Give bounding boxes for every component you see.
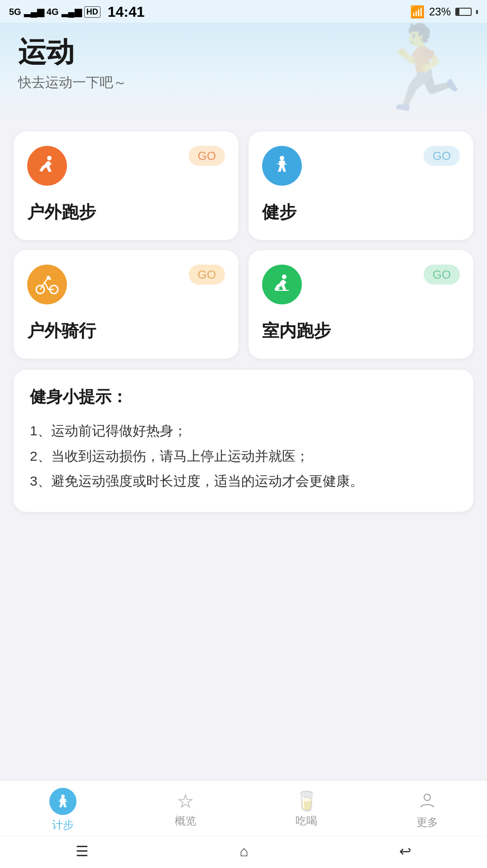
svg-point-1 [280, 156, 284, 160]
walking-icon [262, 146, 302, 186]
main-content: GO 户外跑步 GO 健步 [0, 122, 487, 535]
signal-bars2: ▂▄▆ [62, 6, 81, 17]
indoor-run-label: 室内跑步 [262, 319, 460, 342]
header-area: 🏃 运动 快去运动一下吧～ [0, 23, 487, 122]
status-left: 5G ▂▄▆ 4G ▂▄▆ HD 14:41 [9, 4, 145, 20]
page-title: 运动 [18, 35, 469, 69]
food-label: 吃喝 [296, 814, 317, 828]
more-icon [418, 791, 436, 812]
food-icon: 🥛 [295, 792, 318, 811]
battery-percent: 23% [429, 5, 451, 18]
bottom-nav: 计步 ☆ 概览 🥛 吃喝 更多 ☰ ⌂ ↩ [0, 780, 487, 868]
outdoor-run-label: 户外跑步 [27, 201, 225, 224]
nav-item-more[interactable]: 更多 [407, 791, 447, 829]
activity-card-indoor-run[interactable]: GO 室内跑步 [248, 250, 473, 359]
go-button-walking[interactable]: GO [424, 146, 460, 166]
back-button[interactable]: ↩ [399, 843, 411, 860]
home-button[interactable]: ⌂ [239, 843, 248, 860]
svg-point-6 [61, 795, 65, 798]
nav-item-pedometer[interactable]: 计步 [40, 788, 86, 832]
card-top-1: GO [27, 146, 225, 186]
go-button-cycling[interactable]: GO [189, 265, 225, 285]
more-label: 更多 [416, 815, 438, 829]
cycling-icon [27, 265, 67, 304]
page-subtitle: 快去运动一下吧～ [18, 73, 469, 92]
pedometer-label: 计步 [52, 818, 74, 832]
tips-card: 健身小提示： 1、运动前记得做好热身； 2、当收到运动损伤，请马上停止运动并就医… [14, 370, 473, 512]
carrier-5g: 5G [9, 7, 21, 17]
walking-label: 健步 [262, 201, 460, 224]
overview-label: 概览 [175, 814, 196, 828]
indoor-run-icon [262, 265, 302, 304]
nav-item-overview[interactable]: ☆ 概览 [166, 792, 205, 828]
time: 14:41 [108, 4, 145, 20]
activity-card-cycling[interactable]: GO 户外骑行 [14, 250, 239, 359]
tip-item-1: 1、运动前记得做好热身； [30, 418, 457, 444]
nav-items: 计步 ☆ 概览 🥛 吃喝 更多 [0, 781, 487, 836]
battery-tip [476, 10, 478, 14]
battery-icon [455, 8, 472, 16]
nav-item-food[interactable]: 🥛 吃喝 [286, 792, 327, 828]
status-right: 📶 23% [410, 5, 478, 19]
go-button-outdoor-run[interactable]: GO [189, 146, 225, 166]
svg-point-5 [282, 275, 286, 279]
status-bar: 5G ▂▄▆ 4G ▂▄▆ HD 14:41 📶 23% [0, 0, 487, 23]
carrier-4g: 4G [47, 7, 59, 17]
cycling-label: 户外骑行 [27, 319, 225, 342]
card-top-2: GO [262, 146, 460, 186]
activity-card-outdoor-run[interactable]: GO 户外跑步 [14, 131, 239, 240]
overview-icon: ☆ [177, 792, 194, 811]
activity-grid: GO 户外跑步 GO 健步 [14, 131, 473, 359]
system-nav: ☰ ⌂ ↩ [0, 836, 487, 868]
tips-content: 1、运动前记得做好热身； 2、当收到运动损伤，请马上停止运动并就医； 3、避免运… [30, 418, 457, 494]
hd-badge: HD [84, 6, 100, 18]
activity-card-walking[interactable]: GO 健步 [248, 131, 473, 240]
tips-title: 健身小提示： [30, 386, 457, 408]
tip-item-2: 2、当收到运动损伤，请马上停止运动并就医； [30, 444, 457, 469]
menu-button[interactable]: ☰ [76, 843, 89, 860]
tip-item-3: 3、避免运动强度或时长过度，适当的运动才会更健康。 [30, 468, 457, 494]
card-top-4: GO [262, 265, 460, 304]
card-top-3: GO [27, 265, 225, 304]
wifi-icon: 📶 [410, 5, 425, 19]
pedometer-icon-circle [49, 788, 76, 815]
outdoor-run-icon [27, 146, 67, 186]
signal-bars: ▂▄▆ [24, 6, 44, 17]
svg-point-0 [47, 156, 52, 160]
svg-point-4 [47, 276, 50, 280]
go-button-indoor-run[interactable]: GO [424, 265, 460, 285]
svg-point-7 [424, 794, 430, 800]
